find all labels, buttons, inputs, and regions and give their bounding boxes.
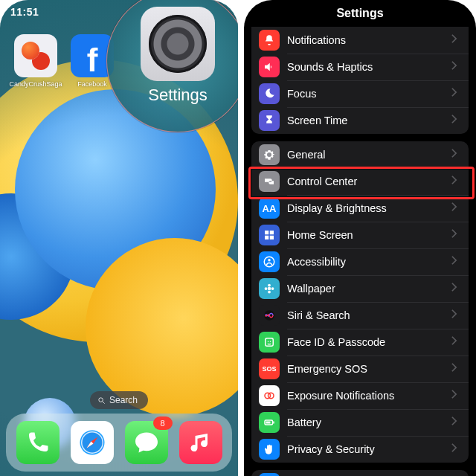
settings-list[interactable]: NotificationsSounds & HapticsFocusScreen…	[244, 27, 476, 476]
row-screen-time[interactable]: Screen Time	[251, 107, 469, 134]
chevron-right-icon	[451, 335, 461, 349]
search-icon	[97, 396, 106, 405]
row-control-center[interactable]: Control Center	[251, 168, 469, 195]
row-label: Display & Brightness	[287, 202, 451, 214]
row-display[interactable]: AADisplay & Brightness	[251, 195, 469, 222]
search-label: Search	[109, 395, 138, 405]
row-privacy[interactable]: Privacy & Security	[251, 436, 469, 463]
faceid-icon	[259, 332, 280, 353]
chevron-right-icon	[451, 443, 461, 456]
settings-label: Settings	[107, 86, 238, 105]
general-icon	[259, 144, 280, 165]
exposure-icon	[259, 385, 280, 406]
chevron-right-icon	[451, 228, 461, 242]
row-notifications[interactable]: Notifications	[251, 27, 469, 54]
row-label: Wallpaper	[287, 283, 451, 295]
app-label: Facebook	[77, 80, 107, 88]
dock-phone[interactable]	[16, 421, 60, 464]
chevron-right-icon	[451, 87, 461, 100]
settings-group: NotificationsSounds & HapticsFocusScreen…	[251, 27, 469, 134]
accessibility-icon	[259, 251, 280, 272]
gear-icon	[149, 15, 207, 73]
svg-point-10	[268, 284, 271, 287]
app-label: CandyCrushSaga	[9, 80, 62, 88]
messages-icon	[133, 429, 160, 456]
home-screen-icon	[259, 225, 280, 245]
chevron-right-icon	[451, 389, 461, 402]
chevron-right-icon	[451, 60, 461, 74]
row-label: Accessibility	[287, 256, 451, 268]
display-icon: AA	[259, 198, 280, 219]
row-wallpaper[interactable]: Wallpaper	[251, 275, 469, 302]
svg-point-13	[271, 287, 274, 290]
row-label: Screen Time	[287, 115, 451, 126]
settings-group: GeneralControl CenterAADisplay & Brightn…	[251, 141, 469, 463]
chevron-right-icon	[451, 255, 461, 268]
row-exposure[interactable]: Exposure Notifications	[251, 382, 469, 409]
svg-rect-22	[266, 422, 271, 424]
svg-rect-21	[273, 422, 274, 424]
chevron-right-icon	[451, 362, 461, 376]
row-label: Battery	[287, 416, 451, 428]
chevron-right-icon	[451, 282, 461, 295]
phone-icon	[25, 429, 51, 456]
home-screen: 11:51 CandyCrushSaga f Facebook Settings…	[0, 0, 238, 476]
svg-point-7	[264, 257, 274, 267]
row-label: Home Screen	[287, 229, 451, 241]
row-battery[interactable]: Battery	[251, 409, 469, 436]
chevron-right-icon	[451, 416, 461, 429]
row-focus[interactable]: Focus	[251, 80, 469, 107]
svg-point-0	[99, 397, 103, 402]
app-store-icon: A	[259, 473, 280, 476]
screen-time-icon	[259, 110, 280, 131]
row-label: Focus	[287, 88, 451, 100]
svg-point-9	[268, 287, 271, 291]
dock-music[interactable]	[179, 421, 222, 464]
app-candy-crush[interactable]: CandyCrushSaga	[13, 34, 58, 88]
chevron-right-icon	[451, 114, 461, 127]
row-faceid[interactable]: Face ID & Passcode	[251, 329, 469, 356]
safari-icon	[79, 429, 106, 456]
row-accessibility[interactable]: Accessibility	[251, 248, 469, 275]
row-label: Control Center	[287, 176, 451, 187]
row-siri[interactable]: Siri & Search	[251, 302, 469, 329]
notifications-icon	[259, 30, 280, 51]
messages-badge: 8	[153, 416, 173, 430]
chevron-right-icon	[451, 309, 461, 322]
dock-messages[interactable]: 8	[125, 421, 168, 464]
chevron-right-icon	[451, 202, 461, 215]
focus-icon	[259, 83, 280, 104]
spotlight-search[interactable]: Search	[90, 391, 148, 409]
music-icon	[187, 429, 214, 456]
svg-point-8	[268, 259, 270, 261]
row-label: Sounds & Haptics	[287, 61, 451, 73]
dock-safari[interactable]	[71, 421, 114, 464]
sounds-icon	[259, 57, 280, 77]
row-home-screen[interactable]: Home Screen	[251, 222, 469, 248]
row-sounds[interactable]: Sounds & Haptics	[251, 54, 469, 80]
row-general[interactable]: General	[251, 141, 469, 168]
row-label: Siri & Search	[287, 309, 451, 321]
chevron-right-icon	[451, 148, 461, 161]
chevron-right-icon	[451, 175, 461, 188]
candy-crush-icon	[14, 34, 57, 77]
svg-point-17	[270, 341, 271, 343]
svg-point-12	[265, 287, 268, 290]
sos-icon: SOS	[259, 358, 280, 379]
dock: 8	[6, 414, 232, 472]
privacy-icon	[259, 439, 280, 460]
row-label: General	[287, 149, 451, 161]
notification-badge: 3	[234, 0, 238, 13]
settings-app[interactable]	[141, 7, 215, 81]
wallpaper-icon	[259, 278, 280, 299]
row-sos[interactable]: SOSEmergency SOS	[251, 356, 469, 382]
row-app-store[interactable]: AApp Store	[251, 470, 469, 476]
row-label: Privacy & Security	[287, 443, 451, 455]
control-center-icon	[259, 171, 280, 192]
settings-screen: Settings NotificationsSounds & HapticsFo…	[244, 0, 476, 476]
status-time: 11:51	[10, 6, 39, 18]
siri-icon	[259, 305, 280, 326]
svg-point-11	[268, 291, 271, 294]
nav-title: Settings	[244, 0, 476, 27]
chevron-right-icon	[451, 33, 461, 47]
